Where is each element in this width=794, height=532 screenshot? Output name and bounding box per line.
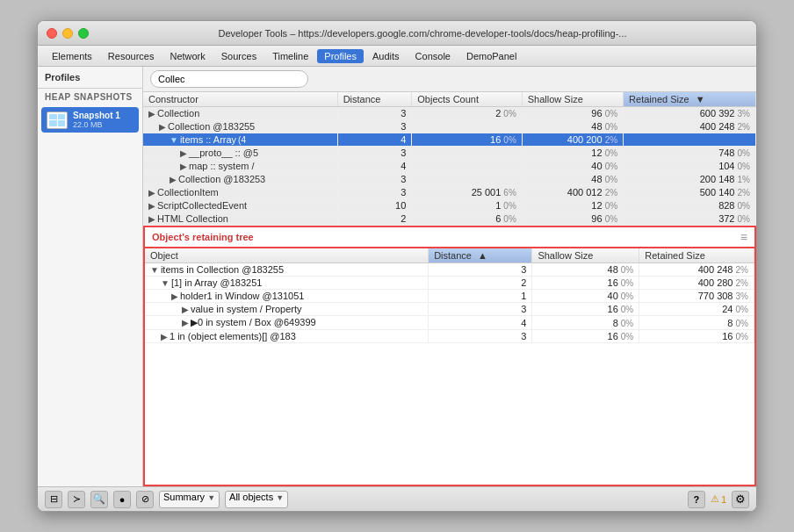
tree-arrow: ▶ xyxy=(170,175,177,184)
gear-button[interactable]: ⚙ xyxy=(732,491,749,508)
col-constructor[interactable]: Constructor xyxy=(143,92,337,107)
ret-col-shallow[interactable]: Shallow Size xyxy=(532,248,639,263)
cell-retained: 748 0% xyxy=(624,147,756,160)
retaining-header-row: Object Distance ▲ Shallow Size Retained … xyxy=(145,248,754,263)
col-retained-size[interactable]: Retained Size ▼ xyxy=(624,92,756,107)
panel-icon[interactable]: ⊟ xyxy=(45,491,62,508)
table-row[interactable]: ▶ CollectionItem 325 001 6%400 012 2%500… xyxy=(143,186,756,199)
main-panel: Constructor Distance Objects Count Shall… xyxy=(143,67,756,486)
ret-cell-object: ▶ value in system / Property xyxy=(145,303,429,316)
retaining-row[interactable]: ▼ items in Collection @183255 348 0%400 … xyxy=(145,263,754,277)
cell-objects-count xyxy=(412,160,522,173)
search-input[interactable] xyxy=(150,70,308,88)
retaining-row[interactable]: ▶ holder1 in Window @131051 140 0%770 30… xyxy=(145,290,754,303)
ret-cell-distance: 3 xyxy=(429,303,532,316)
allobjects-dropdown-arrow: ▼ xyxy=(276,493,284,502)
retaining-tree[interactable]: Object Distance ▲ Shallow Size Retained … xyxy=(143,248,756,486)
minimize-button[interactable] xyxy=(62,28,73,39)
cell-constructor: ▶ map :: system / xyxy=(143,160,337,173)
sidebar-title: Profiles xyxy=(38,67,142,89)
menu-elements[interactable]: Elements xyxy=(45,49,99,63)
tree-arrow: ▶ xyxy=(148,188,155,198)
menubar: Elements Resources Network Sources Timel… xyxy=(38,46,756,67)
menu-resources[interactable]: Resources xyxy=(101,49,162,63)
snapshot-size: 22.0 MB xyxy=(73,120,120,129)
window-title: Developer Tools – https://developers.goo… xyxy=(97,28,747,39)
ret-tree-arrow: ▶ xyxy=(182,305,189,314)
cell-distance: 4 xyxy=(337,133,412,147)
cell-distance: 3 xyxy=(337,186,412,199)
help-button[interactable]: ? xyxy=(688,491,705,508)
cell-retained: 200 148 1% xyxy=(624,173,756,186)
tree-arrow: ▶ xyxy=(148,109,155,119)
table-row[interactable]: ▶ Collection 32 0%96 0%600 392 3% xyxy=(143,107,756,120)
retaining-row[interactable]: ▶ ▶0 in system / Box @649399 48 0%8 0% xyxy=(145,316,754,330)
ret-col-distance[interactable]: Distance ▲ xyxy=(429,248,532,263)
ret-cell-shallow: 16 0% xyxy=(532,330,639,343)
col-distance[interactable]: Distance xyxy=(337,92,412,107)
ret-cell-object: ▶ holder1 in Window @131051 xyxy=(145,290,429,303)
ret-col-object[interactable]: Object xyxy=(145,248,429,263)
menu-demopanel[interactable]: DemoPanel xyxy=(459,49,523,63)
cell-objects-count: 6 0% xyxy=(412,212,522,226)
retaining-row[interactable]: ▶ value in system / Property 316 0%24 0% xyxy=(145,303,754,316)
menu-timeline[interactable]: Timeline xyxy=(265,49,315,63)
snapshot-text: Snapshot 1 22.0 MB xyxy=(73,111,120,129)
snapshot-name: Snapshot 1 xyxy=(73,111,120,120)
col-shallow-size[interactable]: Shallow Size xyxy=(522,92,623,107)
ret-obj-name: items in Collection @183255 xyxy=(161,264,284,275)
devtools-window: Developer Tools – https://developers.goo… xyxy=(37,20,757,512)
summary-select[interactable]: Summary ▼ xyxy=(159,491,220,508)
ret-cell-object: ▼ items in Collection @183255 xyxy=(145,263,429,277)
cell-objects-count xyxy=(412,147,522,160)
cell-constructor: ▶ __proto__ :: @5 xyxy=(143,147,337,160)
allobjects-label: All objects xyxy=(229,492,273,502)
table-row[interactable]: ▶ Collection @183253 348 0%200 148 1% xyxy=(143,173,756,186)
table-row[interactable]: ▶ __proto__ :: @5 312 0%748 0% xyxy=(143,147,756,160)
sidebar-section: HEAP SNAPSHOTS xyxy=(38,89,142,105)
ret-cell-retained: 400 248 2% xyxy=(639,263,754,277)
tree-arrow: ▶ xyxy=(148,201,155,211)
tree-arrow: ▶ xyxy=(159,122,166,132)
ret-cell-distance: 2 xyxy=(429,277,532,290)
snapshot-item[interactable]: Snapshot 1 22.0 MB xyxy=(41,107,139,133)
breadcrumb-icon[interactable]: ≻ xyxy=(68,491,85,508)
obj-name: Collection @183253 xyxy=(178,174,265,184)
ret-cell-shallow: 40 0% xyxy=(532,290,639,303)
warning-icon: ⚠ xyxy=(711,493,719,505)
table-row[interactable]: ▶ ScriptCollectedEvent 101 0%12 0%828 0% xyxy=(143,199,756,212)
table-row[interactable]: ▼ items :: Array (4 416 0%400 200 2% xyxy=(143,133,756,147)
table-row[interactable]: ▶ Collection @183255 348 0%400 248 2% xyxy=(143,120,756,133)
clear-icon[interactable]: ⊘ xyxy=(136,491,154,508)
ret-cell-distance: 1 xyxy=(429,290,532,303)
maximize-button[interactable] xyxy=(78,28,89,39)
bottom-bar: ⊟ ≻ 🔍 ● ⊘ Summary ▼ All objects ▼ ? ⚠ 1 … xyxy=(38,486,756,511)
obj-name: __proto__ :: @5 xyxy=(189,147,258,158)
cell-objects-count: 1 0% xyxy=(412,199,522,212)
traffic-lights xyxy=(47,28,89,39)
cell-objects-count: 16 0% xyxy=(412,133,522,147)
retaining-row[interactable]: ▶ 1 in (object elements)[] @183 316 0%16… xyxy=(145,330,754,343)
obj-name: Collection xyxy=(157,108,199,119)
menu-profiles[interactable]: Profiles xyxy=(317,49,364,63)
menu-console[interactable]: Console xyxy=(408,49,458,63)
col-objects-count[interactable]: Objects Count xyxy=(412,92,522,107)
menu-audits[interactable]: Audits xyxy=(365,49,407,63)
cell-shallow: 96 0% xyxy=(522,107,623,120)
cell-distance: 10 xyxy=(337,199,412,212)
close-button[interactable] xyxy=(47,28,57,39)
table-row[interactable]: ▶ HTML Collection 26 0%96 0%372 0% xyxy=(143,212,756,226)
cell-retained: 104 0% xyxy=(624,160,756,173)
retaining-row[interactable]: ▼ [1] in Array @183251 216 0%400 280 2% xyxy=(145,277,754,290)
record-icon[interactable]: ● xyxy=(113,491,131,508)
search-icon[interactable]: 🔍 xyxy=(90,491,108,508)
allobjects-select[interactable]: All objects ▼ xyxy=(225,491,288,508)
ret-obj-name: [1] in Array @183251 xyxy=(171,277,263,288)
menu-sources[interactable]: Sources xyxy=(214,49,263,63)
menu-network[interactable]: Network xyxy=(162,49,212,63)
table-row[interactable]: ▶ map :: system / 440 0%104 0% xyxy=(143,160,756,173)
cell-retained: 600 392 3% xyxy=(624,107,756,120)
ret-cell-object: ▶ 1 in (object elements)[] @183 xyxy=(145,330,429,343)
cell-shallow: 12 0% xyxy=(522,147,623,160)
ret-col-retained[interactable]: Retained Size xyxy=(639,248,754,263)
